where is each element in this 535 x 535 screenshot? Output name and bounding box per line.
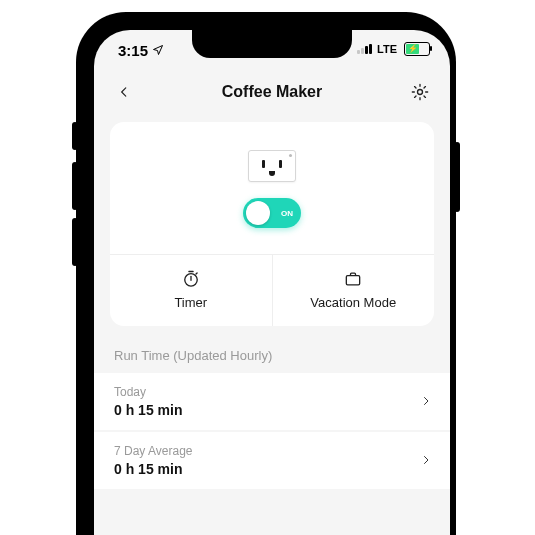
chevron-right-icon [420, 393, 432, 411]
svg-point-0 [418, 90, 423, 95]
runtime-row-label: Today [114, 385, 430, 399]
timer-label: Timer [174, 295, 207, 310]
phone-volume-down [72, 218, 78, 266]
network-type-label: LTE [377, 43, 397, 55]
runtime-row-value: 0 h 15 min [114, 461, 430, 477]
phone-mute-switch [72, 122, 78, 150]
chevron-right-icon [420, 452, 432, 470]
device-card: ON Timer [110, 122, 434, 326]
suitcase-icon [343, 269, 363, 289]
outlet-icon [248, 150, 296, 182]
phone-volume-up [72, 162, 78, 210]
cellular-signal-icon [357, 44, 372, 54]
screen: 3:15 LTE ⚡ [94, 30, 450, 535]
nav-bar: Coffee Maker [94, 70, 450, 114]
phone-frame: 3:15 LTE ⚡ [76, 12, 456, 535]
runtime-section-title: Run Time (Updated Hourly) [114, 348, 430, 363]
battery-icon: ⚡ [404, 42, 430, 56]
location-services-icon [152, 42, 164, 59]
toggle-knob [246, 201, 270, 225]
gear-icon [410, 82, 430, 102]
back-button[interactable] [112, 80, 136, 104]
runtime-row-7day[interactable]: 7 Day Average 0 h 15 min [94, 432, 450, 489]
vacation-mode-label: Vacation Mode [310, 295, 396, 310]
phone-side-button [454, 142, 460, 212]
settings-button[interactable] [408, 80, 432, 104]
phone-notch [192, 30, 352, 58]
power-toggle[interactable]: ON [243, 198, 301, 228]
battery-charging-icon: ⚡ [408, 45, 418, 53]
svg-rect-2 [347, 276, 360, 285]
runtime-row-label: 7 Day Average [114, 444, 430, 458]
runtime-row-today[interactable]: Today 0 h 15 min [94, 373, 450, 430]
power-toggle-label: ON [281, 198, 293, 228]
chevron-left-icon [117, 85, 131, 99]
timer-icon [181, 269, 201, 289]
vacation-mode-button[interactable]: Vacation Mode [272, 255, 435, 326]
runtime-row-value: 0 h 15 min [114, 402, 430, 418]
timer-button[interactable]: Timer [110, 255, 272, 326]
page-title: Coffee Maker [222, 83, 322, 101]
status-time: 3:15 [118, 42, 148, 59]
